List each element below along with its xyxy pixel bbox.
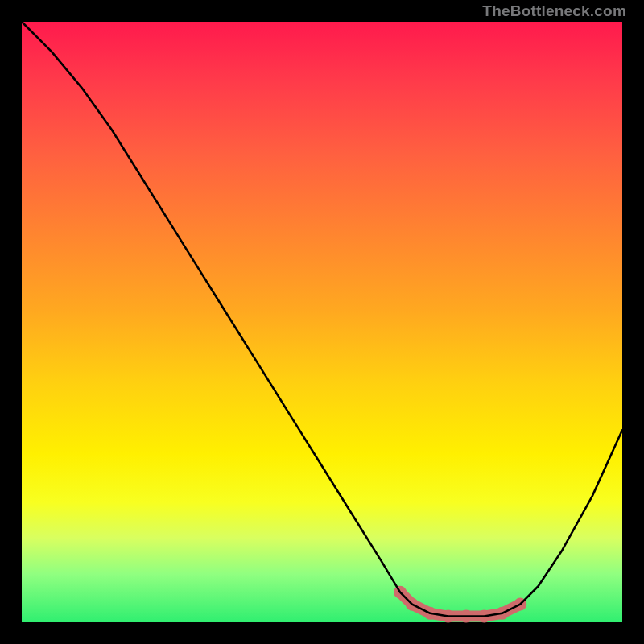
- chart-container: TheBottleneck.com: [0, 0, 644, 644]
- chart-svg: [22, 22, 622, 622]
- plot-area: [22, 22, 622, 622]
- curve-line: [22, 22, 622, 617]
- watermark-text: TheBottleneck.com: [482, 2, 626, 20]
